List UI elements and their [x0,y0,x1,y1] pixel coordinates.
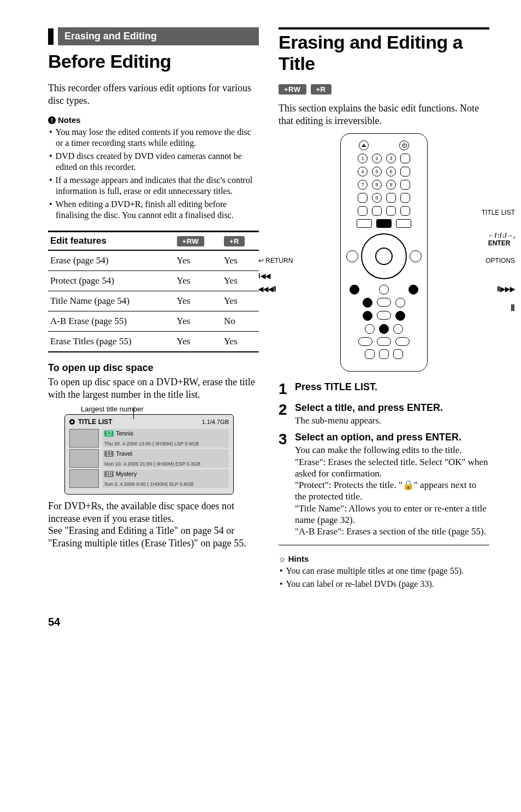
hints-heading: ☼ Hints [279,554,489,563]
vol-down [400,167,410,176]
btn [386,206,396,216]
badge-rw: +RW [279,84,306,95]
stop-button [358,337,372,346]
notes-heading: ! Notes [48,115,259,125]
title-list-card: TITLE LIST 1.1/4.7GB 12 Tennis Thu 20. 4… [64,414,234,495]
next-button [395,298,405,308]
edit-features-table: Edit features +RW +R Erase (page 54) Yes… [48,231,259,352]
pause-button [379,324,389,334]
num-0: 0 [372,193,382,203]
list-item: 12 Tennis Thu 20. 4.2006 13:00 ( 0H30M) … [69,429,229,448]
badge-rw: +RW [177,236,205,246]
step-1: 1 Press TITLE LIST. [279,381,489,397]
btn [365,349,375,359]
num-7: 7 [358,180,368,190]
step-title: Select a title, and press ENTER. [295,402,443,414]
value-cell: Yes [222,271,259,291]
btn [358,206,368,216]
table-row: Erase (page 54) Yes Yes [48,250,259,271]
num-3: 3 [386,154,396,163]
options-button [408,285,418,295]
power-icon: ⏻ [399,140,409,150]
disc-icon [69,419,75,425]
label-prev: Ⅰ◀◀ [258,272,270,280]
rew-button [363,311,372,321]
num-5: 5 [372,167,382,176]
value-cell: Yes [175,250,222,271]
num-1: 1 [358,154,368,163]
prev-button [363,298,372,308]
btn [372,206,382,216]
value-cell: Yes [175,311,222,332]
step-desc: The sub-menu appears. [295,415,443,426]
label-title-list: TITLE LIST [482,209,515,216]
section-label: Erasing and Editing [58,27,259,45]
ch-pill [400,180,410,190]
title-meta: Thu 20. 4.2006 13:00 ( 0H30M) LSP 0.9GB [104,441,227,446]
label-return: ↩ RETURN [258,257,293,264]
fwd-button [395,311,405,321]
btn [379,349,389,359]
label-options: OPTIONS [486,257,515,264]
step-2: 2 Select a title, and press ENTER. The s… [279,402,489,426]
num-8: 8 [372,180,382,190]
feature-cell: A-B Erase (page 55) [48,311,175,332]
badge-r: +R [311,84,331,95]
btn [365,324,375,334]
table-row: Protect (page 54) Yes Yes [48,271,259,291]
btn [393,349,403,359]
btn [386,193,396,203]
num-9: 9 [386,180,396,190]
divider [279,545,489,545]
value-cell: No [222,311,259,332]
btn [393,324,403,334]
value-cell: Yes [175,332,222,352]
btn [395,337,410,346]
label-arrows-enter: ←/↑/↓/→, ENTER [488,232,515,247]
feature-cell: Erase Titles (page 55) [48,332,175,352]
title-name: Tennis [116,430,133,437]
label-rew: ◀◀◀Ⅱ [258,285,276,293]
step-number: 2 [279,402,289,426]
feature-cell: Title Name (page 54) [48,291,175,311]
notes-icon: ! [48,116,56,124]
after-list-body: For DVD+Rs, the available disc space doe… [48,500,259,549]
step-title: Press TITLE LIST. [295,381,377,393]
open-up-heading: To open up disc space [48,362,259,374]
right-intro: This section explains the basic edit fun… [279,102,489,127]
title-number: 11 [104,451,114,457]
btn [396,219,411,228]
title-name: Mystery [116,470,137,477]
table-row: Erase Titles (page 55) Yes Yes [48,332,259,352]
right-heading: Erasing and Editing a Title [279,32,489,74]
hint-item: You can label or re-label DVDs (page 33)… [286,579,489,590]
value-cell: Yes [222,291,259,311]
step-desc: You can make the following edits to the … [295,444,489,537]
btn [357,219,372,228]
note-item: You may lose the edited contents if you … [56,127,259,149]
remote-diagram: ⏏⏻ 123 456 789 0 [313,133,455,372]
feature-cell: Erase (page 54) [48,250,175,271]
eject-icon: ⏏ [359,140,369,150]
step-3: 3 Select an option, and press ENTER. You… [279,432,489,537]
notes-heading-text: Notes [58,115,81,125]
hint-item: You can erase multiple titles at one tim… [286,566,489,576]
note-item: DVD discs created by DVD video cameras c… [56,151,259,173]
note-item: When editing a DVD+R, finish all editing… [56,199,259,221]
step-title: Select an option, and press ENTER. [295,432,489,443]
label-pause: Ⅱ [511,303,515,313]
badge-r: +R [224,236,245,246]
btn [400,206,410,216]
num-2: 2 [372,154,382,163]
vol-up [400,154,410,163]
left-intro: This recorder offers various edit option… [48,82,259,107]
value-cell: Yes [175,291,222,311]
table-head-feature: Edit features [48,232,175,251]
largest-caption: Largest title number [81,405,259,413]
btn [400,193,410,203]
dpad [361,233,407,279]
num-6: 6 [386,167,396,176]
open-up-body: To open up disc space on a DVD+RW, erase… [48,376,259,401]
hints-heading-text: Hints [288,554,309,563]
return-button [350,285,359,295]
